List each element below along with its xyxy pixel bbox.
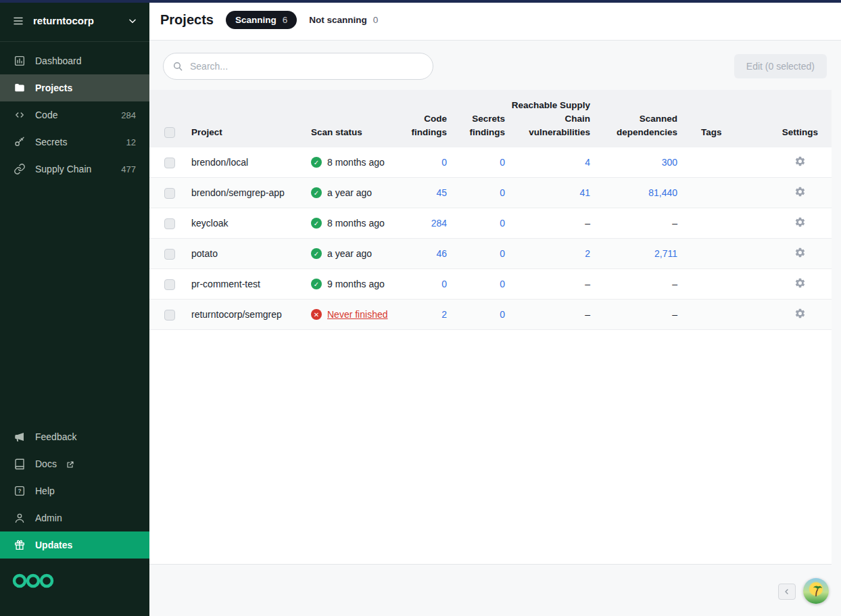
sidebar-item-code[interactable]: Code 284 [0, 101, 149, 128]
sidebar-item-help[interactable]: ? Help [0, 477, 149, 504]
secrets-findings-link[interactable]: 0 [500, 218, 505, 229]
code-findings-link[interactable]: 284 [431, 218, 447, 229]
dependencies-link[interactable]: 81,440 [648, 187, 677, 198]
secrets-findings-link[interactable]: 0 [500, 279, 505, 289]
secrets-findings-link[interactable]: 0 [500, 157, 505, 168]
pagination-prev-button[interactable] [778, 584, 796, 600]
header-supply-chain: Reachable Supply Chain vulnerabilities [510, 90, 593, 147]
org-switcher[interactable]: returntocorp [0, 0, 149, 42]
code-findings-link[interactable]: 46 [436, 248, 447, 259]
external-link-icon [66, 460, 74, 468]
scan-status-text: a year ago [327, 248, 372, 259]
header-tags: Tags [682, 90, 743, 147]
tags-cell [682, 147, 743, 178]
code-findings-link[interactable]: 45 [436, 187, 447, 198]
tab-scanning[interactable]: Scanning 6 [226, 11, 297, 29]
row-checkbox[interactable] [164, 310, 175, 321]
supply-chain-link[interactable]: 41 [579, 187, 590, 198]
sidebar-item-feedback[interactable]: Feedback [0, 423, 149, 450]
settings-gear-button[interactable] [794, 247, 806, 258]
tags-cell [682, 239, 743, 269]
sidebar-item-admin[interactable]: Admin [0, 504, 149, 531]
settings-gear-button[interactable] [794, 156, 806, 167]
top-strip [0, 0, 841, 3]
sidebar-item-label: Admin [35, 513, 62, 523]
scan-status-link[interactable]: Never finished [327, 309, 388, 320]
sidebar-item-label: Projects [35, 82, 72, 93]
sidebar-item-projects[interactable]: Projects [0, 74, 149, 101]
chat-launcher-button[interactable] [803, 578, 829, 604]
tags-cell [682, 300, 743, 330]
settings-gear-button[interactable] [794, 216, 806, 228]
search-input[interactable] [163, 53, 433, 80]
search-icon [172, 61, 183, 72]
supply-chain-link[interactable]: 2 [585, 248, 590, 259]
supply-chain-empty: – [585, 279, 590, 289]
table-row: pr-comment-test 9 months ago 0 0 – – [149, 269, 832, 300]
code-findings-link[interactable]: 2 [441, 309, 447, 320]
table-row: keycloak 8 months ago 284 0 – – [149, 208, 832, 239]
secrets-findings-link[interactable]: 0 [500, 309, 505, 320]
palm-tree-icon [809, 584, 823, 598]
header-project: Project [179, 90, 299, 147]
code-findings-link[interactable]: 0 [441, 279, 447, 289]
scan-success-icon [311, 248, 322, 259]
scan-status-text: 8 months ago [327, 157, 385, 168]
topbar: Projects Scanning 6 Not scanning 0 [149, 0, 841, 41]
project-name[interactable]: keycloak [179, 208, 299, 239]
tags-cell [682, 269, 743, 300]
org-name: returntocorp [33, 15, 119, 26]
sidebar-footer: Feedback Docs ? Help [0, 423, 149, 616]
secrets-findings-link[interactable]: 0 [500, 248, 505, 259]
row-checkbox[interactable] [164, 158, 175, 168]
sidebar-item-updates[interactable]: Updates [0, 531, 149, 559]
project-name[interactable]: brendon/local [179, 147, 299, 178]
toolbar: Edit (0 selected) [149, 41, 841, 90]
settings-gear-button[interactable] [794, 186, 806, 197]
select-all-checkbox[interactable] [164, 127, 175, 138]
menu-icon[interactable] [12, 15, 24, 27]
dashboard-icon [14, 55, 26, 67]
sidebar-item-label: Updates [35, 540, 72, 550]
row-checkbox[interactable] [164, 218, 175, 229]
sidebar-item-supply-chain[interactable]: Supply Chain 477 [0, 156, 149, 183]
dependencies-link[interactable]: 300 [662, 157, 677, 168]
table-row: returntocorp/semgrep Never finished 2 0 … [149, 300, 832, 330]
sidebar-item-docs[interactable]: Docs [0, 450, 149, 477]
secrets-findings-link[interactable]: 0 [500, 187, 505, 198]
scan-status-text: a year ago [327, 187, 372, 198]
code-findings-link[interactable]: 0 [441, 157, 447, 168]
sidebar-item-secrets[interactable]: Secrets 12 [0, 128, 149, 156]
edit-selected-button[interactable]: Edit (0 selected) [734, 54, 827, 78]
sidebar-item-dashboard[interactable]: Dashboard [0, 47, 149, 74]
tags-cell [682, 208, 743, 239]
row-checkbox[interactable] [164, 188, 175, 199]
key-icon [14, 136, 26, 148]
settings-gear-button[interactable] [794, 277, 806, 289]
sidebar-item-label: Docs [35, 458, 57, 469]
project-name[interactable]: returntocorp/semgrep [179, 300, 299, 330]
project-name[interactable]: brendon/semgrep-app [179, 178, 299, 208]
table-row: potato a year ago 46 0 2 2,711 [149, 239, 832, 269]
supply-chain-link[interactable]: 4 [585, 157, 590, 168]
tab-not-scanning[interactable]: Not scanning 0 [309, 15, 378, 25]
tab-scanning-label: Scanning [235, 15, 277, 25]
gift-icon [14, 539, 26, 551]
chevron-down-icon[interactable] [128, 16, 137, 26]
supply-chain-count-badge: 477 [121, 164, 136, 174]
project-name[interactable]: potato [179, 239, 299, 269]
row-checkbox[interactable] [164, 279, 175, 290]
header-dependencies: Scanned dependencies [593, 90, 682, 147]
sidebar-item-label: Feedback [35, 431, 76, 442]
settings-gear-button[interactable] [794, 308, 806, 319]
sidebar-nav: Dashboard Projects Code 284 Secrets [0, 42, 149, 183]
tab-scanning-count: 6 [283, 15, 288, 25]
dependencies-link[interactable]: 2,711 [654, 248, 677, 259]
megaphone-icon [14, 431, 26, 443]
project-name[interactable]: pr-comment-test [179, 269, 299, 300]
semgrep-logo [0, 559, 149, 616]
scan-success-icon [311, 218, 322, 229]
row-checkbox[interactable] [164, 249, 175, 260]
scan-success-icon [311, 157, 322, 168]
dependencies-empty: – [672, 309, 677, 320]
